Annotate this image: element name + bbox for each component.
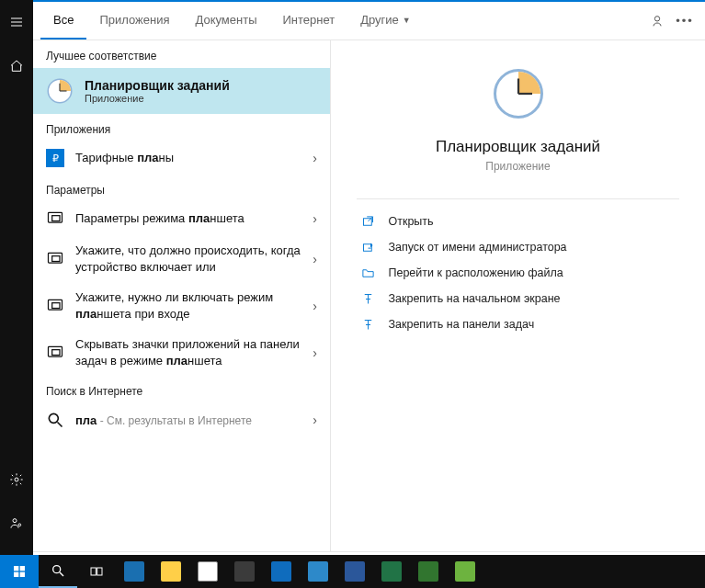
rail-account-button[interactable] bbox=[0, 507, 33, 540]
pin-icon bbox=[360, 317, 375, 332]
best-match-item[interactable]: Планировщик заданий Приложение bbox=[33, 68, 330, 114]
taskbar-app-word[interactable] bbox=[336, 555, 373, 588]
svg-rect-15 bbox=[52, 302, 60, 308]
detail-subtitle: Приложение bbox=[485, 160, 550, 173]
taskbar-taskview-button[interactable] bbox=[77, 555, 116, 588]
taskbar-app-app2[interactable] bbox=[373, 555, 410, 588]
svg-point-3 bbox=[15, 478, 18, 481]
start-button[interactable] bbox=[0, 555, 39, 588]
tab-label: Документы bbox=[195, 13, 256, 27]
tab-apps[interactable]: Приложения bbox=[86, 2, 182, 40]
tab-label: Интернет bbox=[282, 13, 335, 27]
rail-settings-button[interactable] bbox=[0, 463, 33, 496]
taskbar-app-edge[interactable] bbox=[116, 555, 153, 588]
svg-rect-30 bbox=[14, 572, 18, 577]
rail-menu-button[interactable] bbox=[0, 6, 33, 39]
search-icon bbox=[46, 411, 64, 429]
rail-home-button[interactable] bbox=[0, 50, 33, 83]
tab-web[interactable]: Интернет bbox=[269, 2, 347, 40]
app-tile-icon: ₽ bbox=[46, 149, 64, 167]
action-label: Открыть bbox=[388, 215, 433, 228]
group-best-match-header: Лучшее соответствие bbox=[33, 40, 330, 68]
detail-title: Планировщик заданий bbox=[436, 138, 600, 156]
best-match-title: Планировщик заданий bbox=[85, 78, 230, 93]
svg-rect-17 bbox=[52, 349, 60, 355]
svg-point-6 bbox=[654, 16, 659, 20]
svg-rect-35 bbox=[97, 568, 102, 575]
tablet-icon bbox=[46, 209, 64, 228]
chevron-right-icon: › bbox=[313, 345, 317, 360]
pin-icon bbox=[360, 291, 375, 306]
task-scheduler-icon bbox=[46, 77, 74, 105]
tab-all[interactable]: Все bbox=[40, 2, 86, 40]
more-options-icon[interactable]: ••• bbox=[677, 14, 692, 28]
tablet-icon bbox=[46, 297, 64, 315]
taskbar bbox=[0, 555, 705, 588]
result-label: Укажите, нужно ли включать режим планшет… bbox=[75, 289, 301, 322]
svg-rect-25 bbox=[363, 243, 371, 251]
svg-point-32 bbox=[53, 566, 61, 573]
svg-rect-28 bbox=[14, 566, 18, 571]
svg-point-5 bbox=[18, 524, 21, 526]
tab-label: Приложения bbox=[99, 13, 169, 27]
taskbar-app-mail[interactable] bbox=[263, 555, 300, 588]
tablet-icon bbox=[46, 250, 64, 268]
tab-more[interactable]: Другие▼ bbox=[347, 2, 424, 40]
action-open-location[interactable]: Перейти к расположению файла bbox=[357, 260, 678, 286]
svg-line-33 bbox=[60, 572, 63, 576]
open-icon bbox=[360, 214, 375, 229]
svg-point-4 bbox=[13, 519, 17, 523]
settings-result-item[interactable]: Скрывать значки приложений на панели зад… bbox=[33, 329, 330, 376]
taskbar-app-app3[interactable] bbox=[447, 555, 483, 588]
group-settings-header: Параметры bbox=[33, 175, 330, 202]
app-result-item[interactable]: ₽ Тарифные планы › bbox=[33, 141, 330, 175]
tab-label: Все bbox=[53, 13, 74, 27]
action-run-as-admin[interactable]: Запуск от имени администратора bbox=[357, 234, 678, 260]
svg-rect-11 bbox=[52, 216, 60, 221]
tab-documents[interactable]: Документы bbox=[182, 2, 269, 40]
admin-icon bbox=[360, 240, 375, 254]
chevron-right-icon: › bbox=[313, 151, 317, 165]
svg-rect-13 bbox=[52, 255, 60, 261]
taskbar-search-button[interactable] bbox=[39, 555, 77, 588]
group-web-header: Поиск в Интернете bbox=[33, 376, 330, 403]
start-rail bbox=[0, 0, 33, 588]
feedback-icon[interactable] bbox=[650, 14, 665, 28]
result-label: Укажите, что должно происходить, когда у… bbox=[75, 243, 301, 275]
action-open[interactable]: Открыть bbox=[357, 209, 678, 234]
result-label: Скрывать значки приложений на панели зад… bbox=[75, 336, 301, 368]
taskbar-app-app1[interactable] bbox=[300, 555, 336, 588]
taskbar-app-project[interactable] bbox=[410, 555, 447, 588]
folder-icon bbox=[360, 266, 375, 280]
tablet-icon bbox=[46, 344, 64, 362]
group-apps-header: Приложения bbox=[33, 114, 330, 141]
best-match-subtitle: Приложение bbox=[85, 93, 230, 104]
result-label: Тарифные планы bbox=[75, 150, 301, 166]
search-tabs: Все Приложения Документы Интернет Другие… bbox=[33, 2, 705, 40]
settings-result-item[interactable]: Параметры режима планшета › bbox=[33, 202, 330, 235]
action-label: Закрепить на панели задач bbox=[388, 318, 534, 331]
task-scheduler-icon bbox=[491, 66, 546, 121]
taskbar-app-store[interactable] bbox=[189, 555, 226, 588]
tab-label: Другие bbox=[360, 13, 399, 27]
settings-result-item[interactable]: Укажите, что должно происходить, когда у… bbox=[33, 235, 330, 282]
action-pin-start[interactable]: Закрепить на начальном экране bbox=[357, 286, 678, 311]
svg-rect-31 bbox=[20, 572, 25, 577]
result-label: Параметры режима планшета bbox=[75, 210, 301, 227]
detail-separator bbox=[357, 198, 678, 199]
results-list: Лучшее соответствие Планировщик заданий … bbox=[33, 40, 331, 551]
chevron-right-icon: › bbox=[313, 413, 317, 427]
svg-rect-34 bbox=[91, 568, 96, 575]
chevron-right-icon: › bbox=[313, 252, 317, 266]
action-label: Запуск от имени администратора bbox=[388, 241, 566, 254]
taskbar-app-explorer[interactable] bbox=[153, 555, 189, 588]
svg-point-18 bbox=[49, 414, 58, 424]
svg-rect-29 bbox=[20, 566, 25, 571]
web-result-item[interactable]: пла - См. результаты в Интернете › bbox=[33, 403, 330, 436]
taskbar-app-store2[interactable] bbox=[226, 555, 263, 588]
detail-pane: Планировщик заданий Приложение Открыть З… bbox=[331, 40, 705, 551]
action-pin-taskbar[interactable]: Закрепить на панели задач bbox=[357, 311, 678, 337]
svg-line-24 bbox=[368, 216, 372, 220]
settings-result-item[interactable]: Укажите, нужно ли включать режим планшет… bbox=[33, 282, 330, 329]
svg-line-19 bbox=[58, 423, 63, 427]
